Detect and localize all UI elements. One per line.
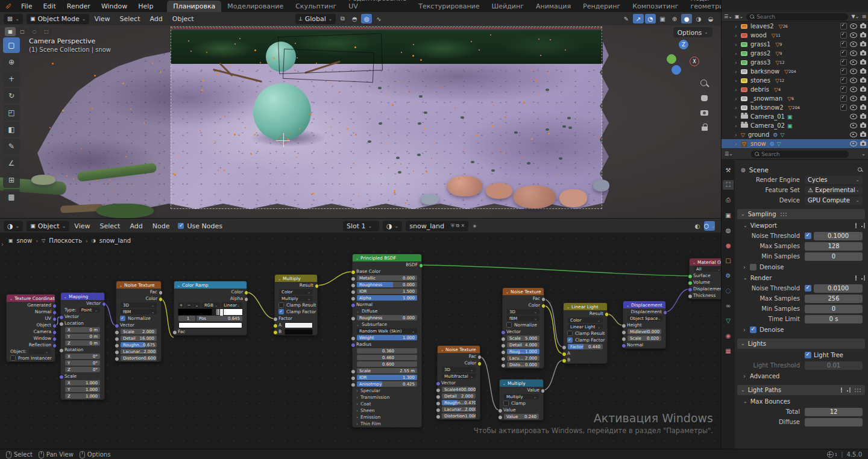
value-slider[interactable]: X0° — [65, 354, 100, 359]
node-row-Normal[interactable]: Normal — [7, 308, 55, 315]
node-header[interactable]: Principled BSDF — [353, 254, 421, 261]
node-row-Pos[interactable]: 1Pos0.645 — [174, 315, 247, 322]
node-row-Coat[interactable]: Coat — [353, 401, 421, 407]
node-row-val[interactable]: 0.460 — [353, 354, 421, 361]
collapsed-Denoise[interactable]: Denoise — [743, 263, 865, 272]
value-slider[interactable]: Scale0.020 — [627, 336, 661, 341]
socket-gray[interactable] — [351, 382, 356, 387]
checkbox[interactable] — [278, 309, 284, 314]
hide-viewport-icon[interactable] — [850, 51, 857, 56]
rock[interactable] — [514, 186, 556, 208]
value-slider[interactable]: Detail4.000 — [507, 342, 539, 348]
socket-gray[interactable] — [436, 395, 441, 399]
socket-yellow[interactable] — [315, 284, 319, 289]
rotate-tool[interactable]: ↻ — [3, 88, 20, 104]
tab-Анимация[interactable]: Анимация — [530, 1, 577, 12]
socket-gray[interactable] — [351, 369, 356, 374]
hide-viewport-icon[interactable] — [850, 87, 857, 92]
node-row-B[interactable]: B — [275, 328, 317, 335]
outliner-row-grass1[interactable]: ›grass1▽9 — [722, 40, 868, 49]
menu-help[interactable]: Help — [133, 2, 159, 10]
socket-purple[interactable] — [102, 302, 107, 307]
socket-yellow[interactable] — [273, 323, 278, 328]
checkbox[interactable] — [750, 326, 756, 333]
subpanel-Render[interactable]: Render — [743, 273, 865, 283]
node-row-fBM[interactable]: fBM — [503, 315, 544, 322]
disclosure-icon[interactable]: › — [735, 78, 741, 84]
disclosure-icon[interactable]: › — [735, 132, 741, 138]
node-row-Object:[interactable]: Object: — [7, 348, 55, 355]
add-stop-button[interactable]: + — [178, 302, 184, 308]
dropdown-Object Space[interactable]: Object Space — [627, 316, 663, 321]
disable-render-icon[interactable] — [860, 51, 866, 55]
value-slider[interactable]: Lacunar...2.000 — [442, 407, 476, 412]
properties-tab-object[interactable]: □ — [723, 255, 734, 265]
disclosure-icon[interactable]: › — [735, 60, 741, 66]
socket-gray[interactable] — [621, 337, 626, 342]
node-row-Subsurface[interactable]: Subsurface — [353, 321, 421, 328]
outliner-row-leaves2[interactable]: ›leaves2▽26 — [722, 22, 868, 31]
socket-purple[interactable] — [351, 343, 356, 348]
tab-Текстурирование[interactable]: Текстурирование — [412, 1, 485, 12]
properties-tab-texture[interactable]: ▦ — [723, 346, 734, 355]
color-swatch-A[interactable] — [285, 322, 313, 328]
tab-Рендеринг[interactable]: Рендеринг — [577, 1, 626, 12]
socket-gray[interactable] — [436, 414, 441, 419]
socket-purple[interactable] — [351, 303, 356, 308]
hide-viewport-icon[interactable] — [850, 33, 857, 38]
node-row-Transmission[interactable]: Transmission — [353, 394, 421, 401]
value-slider[interactable]: Scale2.000 — [121, 329, 157, 334]
ramp-menu[interactable]: ⌄ — [193, 302, 200, 308]
properties-search[interactable]: Search — [751, 151, 849, 158]
outliner-row-stones[interactable]: ›stones▽12 — [722, 76, 868, 85]
value-slider[interactable]: Scale2.55 m — [357, 368, 417, 373]
node-row-Surface[interactable]: Surface — [690, 272, 721, 279]
panel-Lights[interactable]: Lights — [737, 339, 865, 349]
socket-purple[interactable] — [663, 310, 668, 315]
node-row-Type:[interactable]: Type:Point — [61, 307, 104, 313]
filter-icon[interactable]: ▼⌄ — [851, 14, 859, 19]
extras-tool[interactable]: ▩ — [3, 189, 20, 205]
socket-gray[interactable] — [351, 290, 356, 295]
xray-toggle-icon[interactable]: ▣ — [657, 14, 668, 23]
outliner-row-snow[interactable]: ›▽snow⚙▽ — [722, 139, 868, 148]
snowman-body[interactable] — [253, 83, 311, 141]
dropdown-Multiply[interactable]: Multiply — [279, 296, 313, 301]
node-row-Anisotropy[interactable]: Anisotropy0.425 — [353, 381, 421, 387]
hide-viewport-icon[interactable] — [850, 105, 857, 110]
node-row-Roughness[interactable]: Roughness0.000 — [353, 281, 421, 288]
shader-mode-dropdown[interactable]: ▣Object — [27, 221, 69, 231]
value-Time Limit[interactable]: 0 s — [805, 315, 863, 323]
color-swatch[interactable] — [178, 322, 242, 328]
socket-purple[interactable] — [52, 317, 57, 322]
select-box-tool[interactable]: ▢ — [3, 37, 20, 53]
node-row-IOR[interactable]: IOR1.500 — [353, 288, 421, 295]
tab-Скульптинг[interactable]: Скульптинг — [289, 1, 342, 12]
node-row-Y[interactable]: Y1.000 — [61, 386, 104, 393]
node-row-Roughn...[interactable]: Roughn...0.675 — [116, 342, 161, 348]
node-row-Clamp Factor[interactable]: Clamp Factor — [564, 337, 607, 343]
exclude-checkbox[interactable] — [840, 32, 847, 39]
socket-gray[interactable] — [501, 363, 506, 368]
disclosure-icon[interactable]: › — [735, 123, 741, 129]
value-slider[interactable]: Roughness0.000 — [357, 315, 417, 320]
value-slider[interactable]: Detail2.000 — [442, 393, 476, 399]
socket-purple[interactable] — [59, 375, 64, 379]
hide-viewport-icon[interactable] — [850, 60, 857, 65]
dropdown-Multifractal[interactable]: Multifractal — [442, 373, 476, 379]
node-noise2[interactable]: Noise TextureFacColor3DfBMNormalizeVecto… — [502, 287, 544, 369]
shading-rendered-icon[interactable]: ◒ — [705, 14, 716, 23]
proportional-icon[interactable]: ◎ — [361, 14, 372, 23]
value-slider[interactable]: X1.000 — [65, 380, 100, 386]
viewport-menu-object[interactable]: Object — [168, 15, 199, 23]
value-slider[interactable]: Disto...0.000 — [507, 362, 539, 367]
node-menu-select[interactable]: Select — [95, 222, 125, 230]
node-row-Normalize[interactable]: Normalize — [503, 322, 544, 328]
node-row-Weight[interactable]: Weight1.000 — [353, 334, 421, 341]
socket-gray[interactable] — [621, 330, 626, 335]
node-row-Metallic[interactable]: Metallic0.000 — [353, 275, 421, 281]
preset-fader-icon[interactable] — [855, 223, 865, 228]
node-row-Fac[interactable]: Fac — [116, 289, 161, 295]
disable-render-icon[interactable] — [860, 105, 866, 110]
outliner-row-wood[interactable]: ›wood▽11 — [722, 31, 868, 40]
